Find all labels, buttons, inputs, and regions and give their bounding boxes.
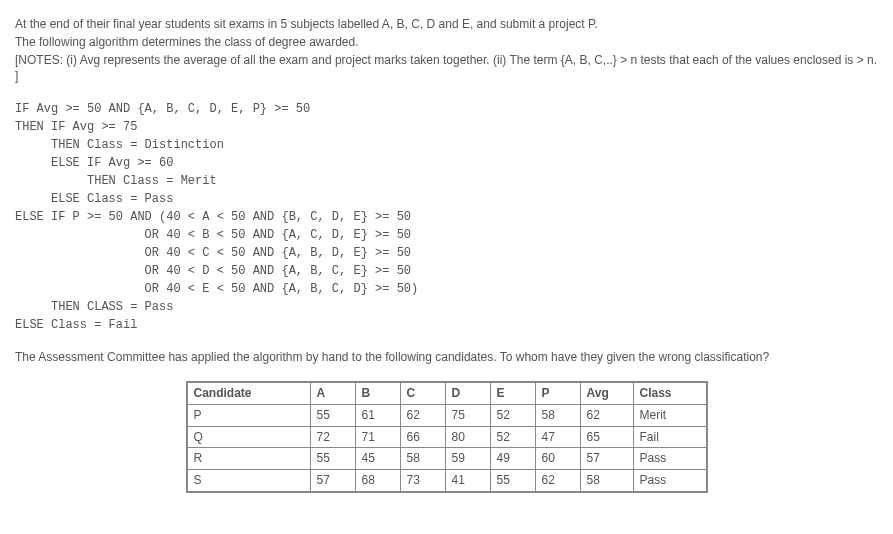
code-line: THEN Class = Distinction: [15, 138, 224, 152]
table-row: Q72716680524765Fail: [187, 426, 707, 448]
cell-p: 58: [535, 404, 580, 426]
code-line: OR 40 < E < 50 AND {A, B, C, D} >= 50): [15, 282, 418, 296]
code-line: OR 40 < B < 50 AND {A, C, D, E} >= 50: [15, 228, 411, 242]
cell-class: Pass: [633, 448, 707, 470]
cell-candidate: P: [187, 404, 311, 426]
cell-a: 57: [310, 470, 355, 492]
table-row: R55455859496057Pass: [187, 448, 707, 470]
cell-avg: 65: [580, 426, 633, 448]
cell-a: 55: [310, 448, 355, 470]
header-b: B: [355, 382, 400, 404]
code-line: THEN IF Avg >= 75: [15, 120, 137, 134]
cell-candidate: Q: [187, 426, 311, 448]
intro-text: At the end of their final year students …: [15, 16, 878, 85]
intro-line-2: The following algorithm determines the c…: [15, 34, 878, 51]
cell-c: 58: [400, 448, 445, 470]
header-avg: Avg: [580, 382, 633, 404]
intro-line-1: At the end of their final year students …: [15, 16, 878, 33]
code-line: OR 40 < D < 50 AND {A, B, C, E} >= 50: [15, 264, 411, 278]
header-candidate: Candidate: [187, 382, 311, 404]
table-header-row: Candidate A B C D E P Avg Class: [187, 382, 707, 404]
cell-avg: 57: [580, 448, 633, 470]
header-d: D: [445, 382, 490, 404]
cell-class: Merit: [633, 404, 707, 426]
code-line: ELSE Class = Fail: [15, 318, 137, 332]
cell-class: Pass: [633, 470, 707, 492]
cell-d: 41: [445, 470, 490, 492]
code-line: OR 40 < C < 50 AND {A, B, D, E} >= 50: [15, 246, 411, 260]
table-row: P55616275525862Merit: [187, 404, 707, 426]
cell-c: 66: [400, 426, 445, 448]
header-e: E: [490, 382, 535, 404]
header-class: Class: [633, 382, 707, 404]
cell-b: 45: [355, 448, 400, 470]
cell-e: 52: [490, 404, 535, 426]
cell-a: 72: [310, 426, 355, 448]
code-line: THEN CLASS = Pass: [15, 300, 173, 314]
cell-a: 55: [310, 404, 355, 426]
cell-c: 62: [400, 404, 445, 426]
cell-b: 68: [355, 470, 400, 492]
cell-class: Fail: [633, 426, 707, 448]
cell-candidate: R: [187, 448, 311, 470]
code-line: IF Avg >= 50 AND {A, B, C, D, E, P} >= 5…: [15, 102, 310, 116]
cell-e: 49: [490, 448, 535, 470]
cell-d: 80: [445, 426, 490, 448]
table-row: S57687341556258Pass: [187, 470, 707, 492]
cell-p: 60: [535, 448, 580, 470]
code-line: ELSE IF P >= 50 AND (40 < A < 50 AND {B,…: [15, 210, 411, 224]
cell-d: 75: [445, 404, 490, 426]
code-line: THEN Class = Merit: [15, 174, 217, 188]
question-text: The Assessment Committee has applied the…: [15, 349, 878, 366]
cell-e: 55: [490, 470, 535, 492]
cell-d: 59: [445, 448, 490, 470]
cell-e: 52: [490, 426, 535, 448]
header-c: C: [400, 382, 445, 404]
cell-avg: 62: [580, 404, 633, 426]
results-table: Candidate A B C D E P Avg Class P5561627…: [186, 381, 708, 493]
cell-avg: 58: [580, 470, 633, 492]
cell-candidate: S: [187, 470, 311, 492]
cell-b: 61: [355, 404, 400, 426]
code-line: ELSE Class = Pass: [15, 192, 173, 206]
code-line: ELSE IF Avg >= 60: [15, 156, 173, 170]
cell-b: 71: [355, 426, 400, 448]
cell-c: 73: [400, 470, 445, 492]
cell-p: 47: [535, 426, 580, 448]
header-a: A: [310, 382, 355, 404]
intro-line-3: [NOTES: (i) Avg represents the average o…: [15, 52, 878, 86]
algorithm-code: IF Avg >= 50 AND {A, B, C, D, E, P} >= 5…: [15, 100, 878, 334]
header-p: P: [535, 382, 580, 404]
cell-p: 62: [535, 470, 580, 492]
